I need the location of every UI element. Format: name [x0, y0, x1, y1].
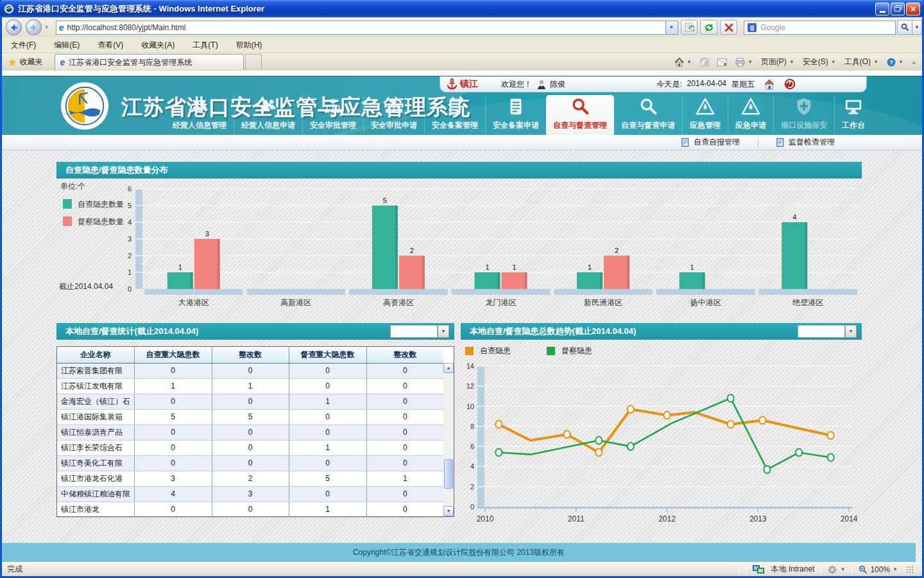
- menu-edit[interactable]: 编辑(E): [54, 40, 80, 51]
- people-icon: [190, 97, 209, 119]
- current-date: 2014-04-04: [687, 79, 726, 90]
- svg-text:2010: 2010: [477, 514, 494, 523]
- nav-item-10[interactable]: 应急申请: [728, 95, 773, 135]
- menu-help[interactable]: 帮助(H): [236, 40, 262, 51]
- page-menu-button[interactable]: 页面(P)▼: [761, 57, 794, 67]
- table-cell: 0: [366, 425, 443, 440]
- browser-window: 江苏省港口安全监管与应急管理系统 - Windows Internet Expl…: [0, 0, 924, 578]
- new-tab-stub[interactable]: [245, 54, 262, 70]
- nav-item-8[interactable]: 自查与督查申请: [614, 95, 682, 135]
- address-input[interactable]: e http://localhost:8080/yjpt/Main.html: [56, 21, 666, 35]
- subnav-item-supervision-check[interactable]: 监督检查管理: [758, 137, 853, 148]
- resize-grip[interactable]: [907, 566, 913, 573]
- home-button[interactable]: ▼: [674, 58, 692, 67]
- search-button[interactable]: [897, 20, 912, 35]
- nav-item-5[interactable]: 安全备案管理: [424, 95, 485, 135]
- overflow-chevron[interactable]: »: [912, 58, 916, 66]
- nav-item-label: 安全审批管理: [310, 120, 356, 131]
- table-cell: 0: [212, 455, 289, 471]
- table-cell: 3: [212, 486, 289, 502]
- table-row[interactable]: 镇江港国际集装箱5500: [57, 409, 443, 425]
- table-cell: 0: [212, 394, 289, 409]
- nav-item-11[interactable]: 港口设施保安: [773, 95, 834, 135]
- table-row[interactable]: 江苏镇江发电有限1100: [57, 378, 443, 394]
- trend-panel-header: 本地自查/督查隐患总数趋势(截止2014.04.04) ▼: [461, 323, 862, 340]
- compatibility-view-button[interactable]: [681, 20, 698, 35]
- nav-item-9[interactable]: 应急管理: [682, 95, 728, 135]
- nav-item-1[interactable]: 经营人信息管理: [166, 95, 234, 135]
- search-input[interactable]: g Google: [744, 21, 896, 35]
- table-row[interactable]: 江苏索普集团有限0000: [57, 363, 443, 378]
- home-icon: [674, 58, 684, 67]
- col-company: 企业名称: [57, 347, 134, 363]
- table-row[interactable]: 镇江市港龙石化港3251: [57, 471, 443, 486]
- close-button[interactable]: ×: [906, 3, 920, 15]
- nav-item-label: 应急管理: [690, 120, 721, 131]
- table-scrollbar[interactable]: ▲ ▼: [443, 363, 454, 516]
- nav-item-2[interactable]: 经营人信息申请: [234, 95, 302, 135]
- search-dropdown-button[interactable]: ▼: [912, 20, 922, 35]
- logout-button[interactable]: [784, 78, 796, 90]
- address-dropdown-button[interactable]: ▼: [666, 21, 678, 35]
- page-tab[interactable]: e 江苏省港口安全监管与应急管理系统: [55, 54, 244, 70]
- copyright-text: Copyright©江苏省交通规划设计院股份有限公司 2013版权所有: [353, 548, 565, 557]
- safety-menu-button[interactable]: 安全(S)▼: [803, 57, 836, 67]
- table-row[interactable]: 镇江市港龙0010: [57, 502, 443, 517]
- svg-text:1: 1: [485, 263, 489, 271]
- table-row[interactable]: 镇江恒泰沥青产品0000: [57, 425, 443, 440]
- table-cell: 0: [289, 363, 366, 378]
- table-row[interactable]: 金海宏业（镇江）石0010: [57, 394, 443, 409]
- table-row[interactable]: 镇江奇美化工有限0000: [57, 455, 443, 471]
- scrollbar-thumb[interactable]: [444, 459, 453, 489]
- magnifier-icon: [570, 97, 590, 119]
- stats-filter-select[interactable]: ▼: [390, 325, 449, 338]
- svg-text:2: 2: [615, 247, 619, 254]
- subnav-item-self-report[interactable]: 自查自报管理: [663, 137, 758, 148]
- bar-panel-header: 自查隐患/督查隐患数量分布: [56, 162, 862, 179]
- title-bar: 江苏省港口安全监管与应急管理系统 - Windows Internet Expl…: [0, 0, 924, 17]
- nav-item-12[interactable]: 工作台: [834, 95, 872, 135]
- ie-logo-icon: [4, 4, 14, 14]
- page-viewport: 江苏省港口安全监管与应急管理系统 镇江 欢迎您！ 陈俊 今天是: 2014-04…: [2, 71, 922, 562]
- refresh-button[interactable]: [700, 20, 717, 35]
- print-button[interactable]: ▼: [735, 58, 753, 67]
- restore-button[interactable]: [891, 3, 905, 15]
- stop-button[interactable]: [720, 20, 737, 35]
- chevron-down-icon: ▼: [438, 325, 449, 338]
- company-name: 金海宏业（镇江）石: [57, 394, 134, 409]
- self-check-legend-label: 自查隐患: [480, 346, 511, 356]
- nav-item-7[interactable]: 自查与督查管理: [546, 95, 614, 135]
- svg-text:高资港区: 高资港区: [383, 298, 414, 307]
- protected-mode-button[interactable]: ▼: [828, 565, 845, 574]
- home-shortcut-button[interactable]: [764, 79, 775, 90]
- table-cell: 0: [212, 425, 289, 440]
- scroll-down-button[interactable]: ▼: [443, 506, 454, 516]
- back-button[interactable]: [6, 19, 22, 35]
- favorites-button[interactable]: ★ 收藏夹: [8, 57, 43, 67]
- trend-filter-select[interactable]: ▼: [798, 325, 857, 338]
- menu-tools[interactable]: 工具(T): [193, 40, 218, 51]
- table-row[interactable]: 镇江李长荣综合石0010: [57, 440, 443, 455]
- mail-button[interactable]: [717, 58, 727, 66]
- help-button[interactable]: ? ▼: [887, 58, 903, 67]
- table-row[interactable]: 中储粮镇江粮油有限4300: [57, 486, 443, 502]
- table-cell: 1: [134, 378, 212, 394]
- forward-button[interactable]: [26, 19, 42, 35]
- menu-file[interactable]: 文件(F): [11, 40, 36, 51]
- menu-favorites[interactable]: 收藏夹(A): [141, 40, 175, 51]
- col-supervise-major: 督查重大隐患数: [289, 347, 366, 363]
- table-cell: 0: [366, 486, 443, 502]
- zoom-control[interactable]: 100% ▼: [859, 565, 898, 574]
- table-cell: 0: [366, 455, 443, 471]
- blue-doc-icon: [681, 138, 690, 147]
- nav-item-4[interactable]: 安全审批申请: [363, 95, 424, 135]
- nav-item-6[interactable]: 安全备案申请: [485, 95, 546, 135]
- zone-label: 本地 Intranet: [771, 564, 814, 575]
- feeds-button[interactable]: [700, 58, 709, 67]
- menu-view[interactable]: 查看(V): [98, 40, 123, 51]
- nav-item-3[interactable]: 安全审批管理: [302, 95, 363, 135]
- tools-menu-button[interactable]: 工具(O)▼: [844, 57, 878, 67]
- scroll-up-button[interactable]: ▲: [443, 363, 454, 373]
- history-dropdown[interactable]: ▼: [44, 24, 49, 30]
- minimize-button[interactable]: [875, 3, 889, 15]
